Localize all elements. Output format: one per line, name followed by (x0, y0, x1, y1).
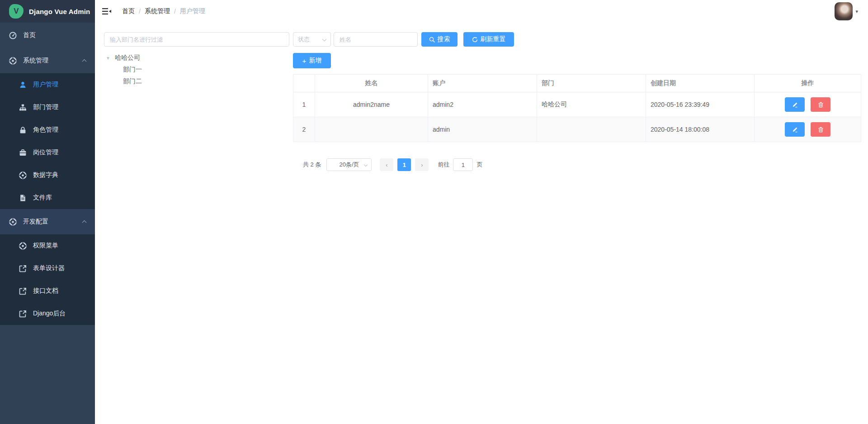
sidebar-item-label: 权限菜单 (33, 242, 58, 250)
tree-node-child[interactable]: 部门二 (104, 76, 289, 87)
user-avatar[interactable] (835, 2, 853, 20)
sidebar-item-form-designer[interactable]: 表单设计器 (0, 257, 95, 280)
add-button[interactable]: + 新增 (293, 53, 331, 68)
filter-toolbar: 状态 搜索 刷新重置 (293, 32, 861, 47)
status-select-placeholder: 状态 (298, 35, 310, 43)
sidebar-item-data-dict[interactable]: 数据字典 (0, 164, 95, 186)
pagination-total: 共 2 条 (303, 161, 321, 169)
chevron-down-icon (322, 37, 327, 42)
sidebar-item-label: 部门管理 (33, 103, 58, 111)
next-page-button[interactable]: › (415, 158, 429, 171)
search-button-label: 搜索 (438, 35, 450, 43)
sidebar-item-label: 系统管理 (23, 57, 48, 65)
sidebar-item-label: Django后台 (33, 310, 66, 318)
table-row: 1 admin2name admin2 哈哈公司 2020-05-16 23:3… (293, 92, 861, 117)
edit-pencil-icon (792, 102, 798, 108)
table-header: 姓名 账户 部门 创建日期 操作 (293, 75, 861, 92)
chevron-down-icon (364, 163, 368, 167)
sidebar-item-dev-config[interactable]: 开发配置 (0, 209, 95, 234)
external-link-icon (19, 310, 27, 318)
document-icon (19, 194, 27, 202)
column-header-index (293, 75, 315, 92)
cell-department (537, 117, 646, 142)
delete-button[interactable] (811, 122, 830, 137)
page-size-select[interactable]: 20条/页 (326, 158, 372, 171)
cell-index: 2 (293, 117, 315, 142)
sidebar-item-label: 开发配置 (23, 218, 48, 226)
table-row: 2 admin 2020-05-14 18:00:08 (293, 117, 861, 142)
page-number-1[interactable]: 1 (397, 158, 411, 171)
sidebar-item-home[interactable]: 首页 (0, 23, 95, 48)
refresh-icon (472, 37, 478, 43)
name-filter-input[interactable] (334, 32, 418, 47)
dashboard-icon (9, 32, 17, 39)
app-title: Django Vue Admin (29, 8, 90, 15)
department-filter-input[interactable] (104, 32, 289, 47)
column-header-department: 部门 (537, 75, 646, 92)
sidebar-item-label: 岗位管理 (33, 148, 58, 157)
component-icon (9, 218, 17, 226)
sidebar-item-permission-menu[interactable]: 权限菜单 (0, 234, 95, 257)
page-number-label: 1 (403, 162, 406, 168)
vue-logo-icon: V (9, 4, 24, 19)
tree-node-label: 部门一 (123, 66, 142, 74)
header-right: ▾ (835, 2, 868, 20)
column-header-account: 账户 (428, 75, 537, 92)
sidebar-item-system-mgmt[interactable]: 系统管理 (0, 48, 95, 73)
search-button[interactable]: 搜索 (421, 32, 458, 47)
breadcrumb-system-mgmt[interactable]: 系统管理 (145, 7, 170, 15)
logo-letter: V (14, 7, 19, 16)
edit-button[interactable] (785, 97, 805, 112)
edit-button[interactable] (785, 122, 805, 137)
sidebar-item-role-mgmt[interactable]: 角色管理 (0, 119, 95, 141)
sidebar-item-api-docs[interactable]: 接口文档 (0, 280, 95, 302)
user-management-panel: 状态 搜索 刷新重置 + 新增 (293, 32, 861, 171)
tree-expand-icon[interactable]: ▼ (104, 56, 115, 61)
caret-down-icon[interactable]: ▾ (855, 9, 858, 14)
org-tree-icon (19, 104, 27, 111)
sidebar-item-label: 数据字典 (33, 171, 58, 179)
external-link-icon (19, 287, 27, 295)
cell-department: 哈哈公司 (537, 92, 646, 117)
app-logo: V Django Vue Admin (0, 0, 95, 23)
sidebar-item-dept-mgmt[interactable]: 部门管理 (0, 96, 95, 119)
dict-icon (19, 172, 27, 179)
delete-button[interactable] (811, 97, 830, 112)
breadcrumb-current: 用户管理 (180, 7, 205, 15)
pagination: 共 2 条 20条/页 ‹ 1 › 前往 页 (303, 158, 861, 171)
tree-node-child[interactable]: 部门一 (104, 64, 289, 76)
sidebar-item-django-admin[interactable]: Django后台 (0, 302, 95, 325)
prev-page-button[interactable]: ‹ (380, 158, 393, 171)
sidebar-item-post-mgmt[interactable]: 岗位管理 (0, 141, 95, 164)
main-content: ▼ 哈哈公司 部门一 部门二 状态 搜索 (95, 23, 868, 424)
breadcrumb-home[interactable]: 首页 (122, 7, 135, 15)
goto-page-input[interactable] (453, 158, 473, 171)
chevron-up-icon (82, 59, 87, 64)
sidebar-item-label: 接口文档 (33, 287, 58, 295)
status-select[interactable]: 状态 (293, 32, 331, 47)
sidebar-item-label: 表单设计器 (33, 264, 65, 272)
trash-icon (818, 127, 824, 133)
permission-icon (19, 242, 27, 250)
cell-actions (755, 117, 861, 142)
breadcrumb-separator: / (139, 8, 141, 15)
tree-node-root[interactable]: ▼ 哈哈公司 (104, 52, 289, 64)
page-unit-label: 页 (476, 161, 482, 169)
hamburger-icon[interactable] (95, 0, 118, 23)
sidebar-item-file-library[interactable]: 文件库 (0, 186, 95, 209)
cell-account: admin2 (428, 92, 537, 117)
chevron-left-icon: ‹ (386, 162, 387, 168)
sidebar-menu: 首页 系统管理 用户管理 部门管理 角色管理 (0, 23, 95, 325)
cell-created: 2020-05-16 23:39:49 (646, 92, 755, 117)
page-size-value: 20条/页 (339, 161, 359, 169)
sidebar-item-label: 角色管理 (33, 126, 58, 134)
external-link-icon (19, 265, 27, 272)
cell-index: 1 (293, 92, 315, 117)
top-header: 首页 / 系统管理 / 用户管理 ▾ (95, 0, 868, 23)
column-header-actions: 操作 (755, 75, 861, 92)
cell-account: admin (428, 117, 537, 142)
sidebar-item-user-mgmt[interactable]: 用户管理 (0, 73, 95, 96)
sidebar-item-label: 首页 (23, 31, 36, 39)
refresh-reset-button[interactable]: 刷新重置 (463, 32, 514, 47)
edit-pencil-icon (792, 127, 798, 133)
